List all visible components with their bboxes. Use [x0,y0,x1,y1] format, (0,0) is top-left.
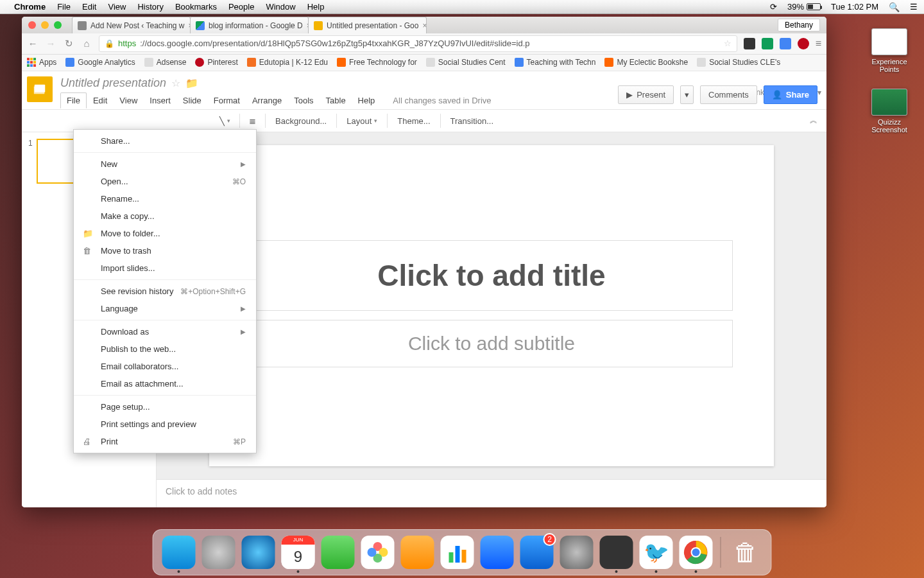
dock-photos[interactable] [361,536,395,569]
menu-item[interactable]: New▶ [74,155,256,173]
desktop-file-2[interactable]: Quizizz Screenshot [864,89,915,134]
bookmark-item[interactable]: Edutopia | K-12 Edu [247,58,328,67]
bookmark-item[interactable]: Adsense [144,58,187,67]
line-tool[interactable]: ╲ ▾ [214,114,235,128]
close-icon[interactable]: × [422,21,427,30]
menu-people[interactable]: People [228,2,254,12]
menu-item[interactable]: Download as▶ [74,323,256,340]
badge: 2 [543,533,556,546]
menu-item[interactable]: 📁Move to folder... [74,225,256,242]
bookmark-item[interactable]: Social Studies Cent [426,58,506,67]
transition-button[interactable]: Transition... [445,113,499,129]
menu-app[interactable]: Chrome [14,2,46,12]
tab-3[interactable]: Untitled presentation - Goo × [308,17,427,33]
pinterest-icon[interactable] [798,38,809,49]
profile-button[interactable]: Bethany [778,19,820,31]
back-button[interactable]: ← [27,38,38,49]
align-tool[interactable]: ≣ [244,114,261,128]
svg-point-5 [692,548,700,556]
bookmark-item[interactable]: Pinterest [195,58,237,67]
menu-bookmarks[interactable]: Bookmarks [175,2,217,12]
background-button[interactable]: Background... [270,113,332,129]
zoom-button[interactable] [54,21,62,29]
close-button[interactable] [28,21,36,29]
present-button[interactable]: ▶Present [618,85,674,104]
extension-icon[interactable] [780,38,791,49]
menu-edit[interactable]: Edit [82,2,96,12]
collapse-icon[interactable]: ︽ [810,115,817,126]
dock-pages[interactable] [401,536,434,569]
menu-item[interactable]: Open...⌘O [74,173,256,190]
menu-item[interactable]: Print settings and preview [74,416,256,433]
dock-messages[interactable] [321,536,355,569]
dock-calendar[interactable]: JUN9 [282,536,315,569]
notification-icon[interactable]: ☰ [910,2,918,12]
clock[interactable]: Tue 1:02 PM [831,2,878,12]
window-controls [28,21,62,29]
title-placeholder[interactable]: Click to add title [250,240,733,311]
home-button[interactable]: ⌂ [81,38,92,49]
chrome-window: Add New Post ‹ Teaching w × blog informa… [22,17,826,507]
dock-chrome[interactable] [680,536,713,569]
menu-item[interactable]: Language▶ [74,300,256,317]
address-bar[interactable]: 🔒 https://docs.google.com/presentation/d… [99,35,737,52]
reload-button[interactable]: ↻ [63,38,74,49]
favicon-icon [196,21,205,30]
share-button[interactable]: 👤Share [764,85,817,104]
tab-2[interactable]: blog information - Google D × [190,17,309,33]
speaker-notes[interactable]: Click to add notes [157,479,826,507]
bookmark-apps[interactable]: Apps [27,58,56,67]
spotlight-icon[interactable]: 🔍 [889,2,900,12]
subtitle-placeholder[interactable]: Click to add subtitle [250,320,733,367]
menu-item[interactable]: Import slides... [74,259,256,277]
menu-view[interactable]: View [108,2,126,12]
menu-item[interactable]: Email collaborators... [74,358,256,375]
menu-file[interactable]: File [60,92,87,109]
forward-button[interactable]: → [45,38,56,49]
menu-item[interactable]: Email as attachment... [74,375,256,392]
comments-button[interactable]: Comments [700,85,757,104]
menu-item[interactable]: Publish to the web... [74,340,256,358]
sync-icon[interactable]: ⟳ [770,2,777,12]
dock-trash[interactable]: 🗑 [729,536,762,569]
bookmark-item[interactable]: Social Studies CLE's [697,58,780,67]
dock-launchpad[interactable] [202,536,235,569]
menu-item[interactable]: Share... [74,132,256,150]
dock-settings[interactable] [560,536,594,569]
menu-item[interactable]: Make a copy... [74,207,256,225]
present-dropdown[interactable]: ▾ [680,85,694,104]
bookmark-item[interactable]: My Eclectic Bookshe [604,58,688,67]
dock-twitter[interactable]: 🐦 [640,536,673,569]
tab-1[interactable]: Add New Post ‹ Teaching w × [72,17,191,33]
dock-finder[interactable] [162,536,196,569]
star-icon[interactable]: ☆ [724,39,732,48]
slide-canvas[interactable]: Click to add title Click to add subtitle [209,145,774,466]
dock-calculator[interactable] [600,536,633,569]
menu-help[interactable]: Help [307,2,325,12]
battery-status[interactable]: 39% [787,2,821,12]
menu-item[interactable]: 🗑Move to trash [74,242,256,259]
extension-icon[interactable] [762,38,773,49]
minimize-button[interactable] [41,21,49,29]
bookmark-item[interactable]: Teaching with Techn [515,58,596,67]
menu-file[interactable]: File [57,2,71,12]
menu-window[interactable]: Window [266,2,295,12]
menu-item[interactable]: See revision history⌘+Option+Shift+G [74,283,256,300]
bookmark-item[interactable]: Google Analytics [65,58,135,67]
dock-safari[interactable] [242,536,275,569]
menu-history[interactable]: History [137,2,163,12]
layout-button[interactable]: Layout ▾ [341,113,383,129]
menu-item[interactable]: Page setup... [74,398,256,416]
battery-pct: 39% [787,2,804,12]
dock-numbers[interactable] [441,536,474,569]
theme-button[interactable]: Theme... [391,113,436,129]
menu-item[interactable]: 🖨Print⌘P [74,433,256,450]
bookmark-item[interactable]: Free Technology for [337,58,417,67]
menu-item[interactable]: Rename... [74,190,256,207]
extension-icon[interactable] [744,38,755,49]
dock-appstore[interactable]: 2 [520,536,554,569]
chevron-right-icon: ▶ [241,305,246,312]
chrome-menu-icon[interactable]: ≡ [816,38,821,49]
desktop-file-1[interactable]: Experience Points [864,28,915,73]
dock-keynote[interactable] [481,536,514,569]
